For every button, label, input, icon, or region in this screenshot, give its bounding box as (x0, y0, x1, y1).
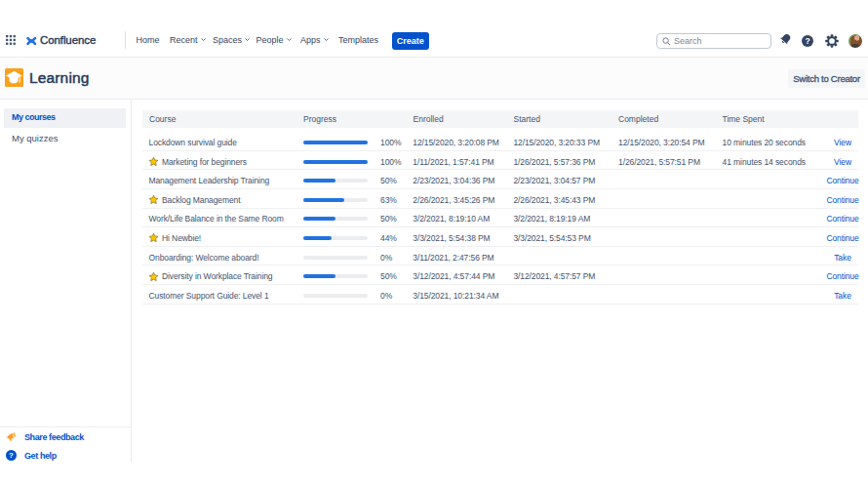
svg-text:?: ? (805, 36, 809, 46)
svg-text:?: ? (9, 451, 14, 460)
